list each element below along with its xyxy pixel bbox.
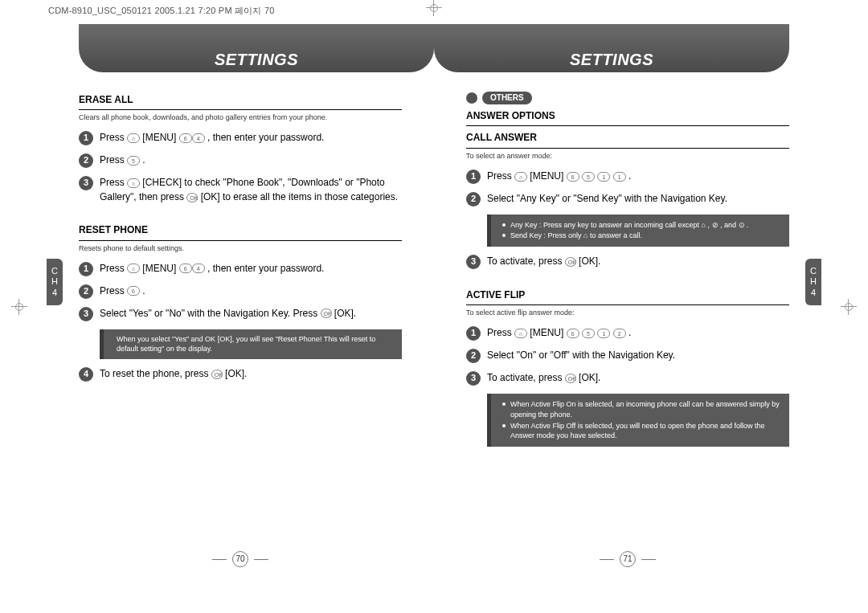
step-number: 3 <box>79 307 93 321</box>
step-number: 1 <box>466 170 481 184</box>
step-number: 1 <box>79 131 93 145</box>
step-text: Press ⌂ [MENU] 6 5 1 1 . <box>487 170 789 184</box>
step-number: 1 <box>79 262 93 276</box>
banner-title: SETTINGS <box>215 51 298 69</box>
key-icon: 1 <box>613 172 626 182</box>
key-icon: 4 <box>192 264 205 273</box>
note-line: When Active Flip Off is selected, you wi… <box>504 421 783 441</box>
page-banner: SETTINGS <box>79 24 434 72</box>
page-number: 71 <box>596 551 659 567</box>
key-icon: 1 <box>597 329 610 338</box>
key-icon: 6 <box>127 286 140 296</box>
note-box: When you select "Yes" and OK [OK], you w… <box>100 329 402 359</box>
section-title-answer-options: ANSWER OPTIONS <box>466 109 789 123</box>
key-icon: 5 <box>127 156 140 166</box>
tab-number: 4 <box>52 288 57 298</box>
crop-mark <box>11 299 27 315</box>
page-banner: SETTINGS <box>434 24 789 72</box>
step-item: 4 To reset the phone, press OK [OK]. <box>79 367 402 382</box>
key-icon: 6 <box>567 329 579 338</box>
page-number-value: 71 <box>620 551 636 567</box>
tab-letter: C <box>810 266 817 276</box>
category-pill-row: OTHERS <box>466 92 789 104</box>
step-item: 3 Select "Yes" or "No" with the Navigati… <box>79 307 402 321</box>
chapter-tab: C H 4 <box>805 259 821 305</box>
step-text: Press 5 . <box>100 153 402 168</box>
page-number: 70 <box>209 551 272 567</box>
note-box: Any Key : Press any key to answer an inc… <box>487 215 789 247</box>
key-icon: 6 <box>179 133 192 143</box>
step-number: 2 <box>79 284 93 299</box>
step-text: Select "Yes" or "No" with the Navigation… <box>100 307 402 321</box>
crop-mark <box>426 0 442 16</box>
key-icon: 4 <box>192 133 205 143</box>
note-text: When you select "Yes" and OK [OK], you w… <box>117 335 375 353</box>
divider <box>466 125 789 126</box>
divider <box>466 148 789 149</box>
step-text: Press ⌂ [CHECK] to check "Phone Book", "… <box>100 176 402 204</box>
step-item: 2 Select "Any Key" or "Send Key" with th… <box>466 192 789 206</box>
page-right: C H 4 SETTINGS OTHERS ANSWER OPTIONS CAL… <box>434 24 821 570</box>
ok-key-icon: OK <box>565 374 576 383</box>
banner-title: SETTINGS <box>570 51 653 69</box>
step-number: 2 <box>466 349 481 363</box>
tab-letter: C <box>51 266 58 276</box>
step-item: 3 To activate, press OK [OK]. <box>466 371 789 386</box>
page-number-value: 70 <box>232 551 248 567</box>
tab-letter: H <box>51 276 58 287</box>
section-subtitle: To select an answer mode: <box>466 151 789 161</box>
soft-key-icon: ⌂ <box>127 264 140 273</box>
step-text: Press ⌂ [MENU] 64 , then enter your pass… <box>100 262 402 276</box>
tab-letter: H <box>810 276 817 287</box>
step-text: To activate, press OK [OK]. <box>487 371 789 386</box>
step-text: Press ⌂ [MENU] 6 5 1 2 . <box>487 326 789 341</box>
divider <box>79 240 402 241</box>
doc-header: CDM-8910_USC_050121 2005.1.21 7:20 PM 페이… <box>48 5 275 17</box>
step-number: 4 <box>79 367 93 382</box>
step-text: Press 6 . <box>100 284 402 299</box>
page-content: OTHERS ANSWER OPTIONS CALL ANSWER To sel… <box>466 90 789 452</box>
step-text: Select "Any Key" or "Send Key" with the … <box>487 192 789 206</box>
step-item: 1 Press ⌂ [MENU] 64 , then enter your pa… <box>79 262 402 276</box>
step-item: 1 Press ⌂ [MENU] 6 5 1 1 . <box>466 170 789 184</box>
step-number: 1 <box>466 326 481 341</box>
divider <box>79 109 402 110</box>
soft-key-icon: ⌂ <box>127 178 140 188</box>
step-item: 2 Select "On" or "Off" with the Navigati… <box>466 349 789 363</box>
step-item: 2 Press 5 . <box>79 153 402 168</box>
step-text: Press ⌂ [MENU] 64 , then enter your pass… <box>100 131 402 145</box>
crop-mark <box>841 299 857 315</box>
section-title-erase-all: ERASE ALL <box>79 93 402 107</box>
step-item: 1 Press ⌂ [MENU] 6 5 1 2 . <box>466 326 789 341</box>
soft-key-icon: ⌂ <box>514 172 527 182</box>
page-left: C H 4 SETTINGS ERASE ALL Clears all phon… <box>47 24 434 570</box>
key-icon: 1 <box>597 172 610 182</box>
step-number: 2 <box>466 192 481 206</box>
step-item: 3 Press ⌂ [CHECK] to check "Phone Book",… <box>79 176 402 204</box>
section-subtitle: Clears all phone book, downloads, and ph… <box>79 112 402 123</box>
note-line: Send Key : Press only ⌂ to answer a call… <box>504 231 783 241</box>
ok-key-icon: OK <box>321 309 332 318</box>
pill-dot-icon <box>466 92 477 104</box>
note-line: When Active Flip On is selected, an inco… <box>504 399 783 419</box>
section-subtitle: Resets phone to default settings. <box>79 243 402 254</box>
key-icon: 5 <box>582 172 595 182</box>
step-item: 2 Press 6 . <box>79 284 402 299</box>
tab-number: 4 <box>811 288 816 298</box>
step-number: 2 <box>79 153 93 168</box>
section-title-reset-phone: RESET PHONE <box>79 223 402 237</box>
note-box: When Active Flip On is selected, an inco… <box>487 394 789 446</box>
step-item: 3 To activate, press OK [OK]. <box>466 255 789 269</box>
ok-key-icon: OK <box>565 257 576 267</box>
step-text: Select "On" or "Off" with the Navigation… <box>487 349 789 363</box>
key-icon: 2 <box>613 329 626 338</box>
soft-key-icon: ⌂ <box>127 133 140 143</box>
divider <box>466 304 789 305</box>
page-content: ERASE ALL Clears all phone book, downloa… <box>79 90 402 390</box>
page-spread: C H 4 SETTINGS ERASE ALL Clears all phon… <box>47 24 821 570</box>
step-number: 3 <box>466 255 481 269</box>
category-pill: OTHERS <box>482 92 532 104</box>
key-icon: 6 <box>179 264 192 273</box>
section-title-active-flip: ACTIVE FLIP <box>466 288 789 302</box>
step-number: 3 <box>79 176 93 190</box>
